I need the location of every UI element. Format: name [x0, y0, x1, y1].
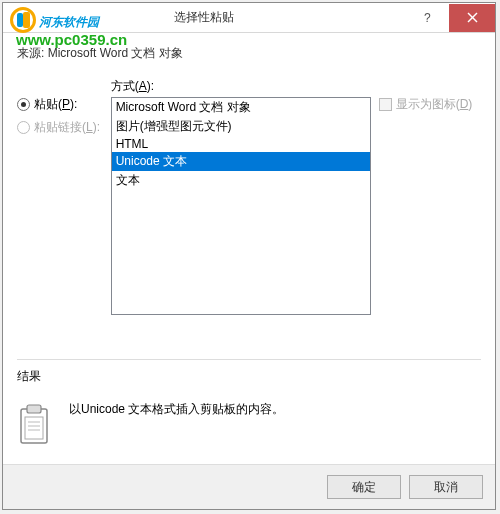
radio-icon: [17, 121, 30, 134]
dialog-title: 选择性粘贴: [3, 9, 405, 26]
svg-rect-5: [25, 417, 43, 439]
source-value: Microsoft Word 文档 对象: [48, 46, 183, 60]
list-item[interactable]: HTML: [112, 136, 370, 152]
paste-radio-label: 粘贴(P):: [34, 96, 77, 113]
svg-text:?: ?: [424, 12, 431, 24]
result-heading: 结果: [17, 368, 481, 385]
divider: [17, 359, 481, 360]
ok-button[interactable]: 确定: [327, 475, 401, 499]
svg-rect-4: [27, 405, 41, 413]
list-item[interactable]: 文本: [112, 171, 370, 190]
source-row: 来源: Microsoft Word 文档 对象: [17, 45, 481, 62]
paste-link-radio: 粘贴链接(L):: [17, 119, 103, 136]
method-label: 方式(A):: [111, 78, 371, 95]
list-item[interactable]: Unicode 文本: [112, 152, 370, 171]
cancel-button[interactable]: 取消: [409, 475, 483, 499]
checkbox-icon: [379, 98, 392, 111]
format-listbox[interactable]: Microsoft Word 文档 对象 图片(增强型图元文件) HTML Un…: [111, 97, 371, 315]
list-item[interactable]: 图片(增强型图元文件): [112, 117, 370, 136]
clipboard-icon: [17, 397, 53, 450]
radio-icon: [17, 98, 30, 111]
close-button[interactable]: [449, 4, 495, 32]
show-as-icon-checkbox: 显示为图标(D): [379, 96, 481, 113]
result-description: 以Unicode 文本格式插入剪贴板的内容。: [69, 397, 284, 450]
titlebar: 选择性粘贴 ?: [3, 3, 495, 33]
paste-link-radio-label: 粘贴链接(L):: [34, 119, 100, 136]
source-label: 来源:: [17, 46, 44, 60]
paste-radio[interactable]: 粘贴(P):: [17, 96, 103, 113]
dialog-footer: 确定 取消: [3, 464, 495, 509]
list-item[interactable]: Microsoft Word 文档 对象: [112, 98, 370, 117]
show-as-icon-label: 显示为图标(D): [396, 96, 473, 113]
dialog-window: 选择性粘贴 ? 来源: Microsoft Word 文档 对象 粘贴(P): …: [2, 2, 496, 510]
help-button[interactable]: ?: [405, 4, 449, 32]
